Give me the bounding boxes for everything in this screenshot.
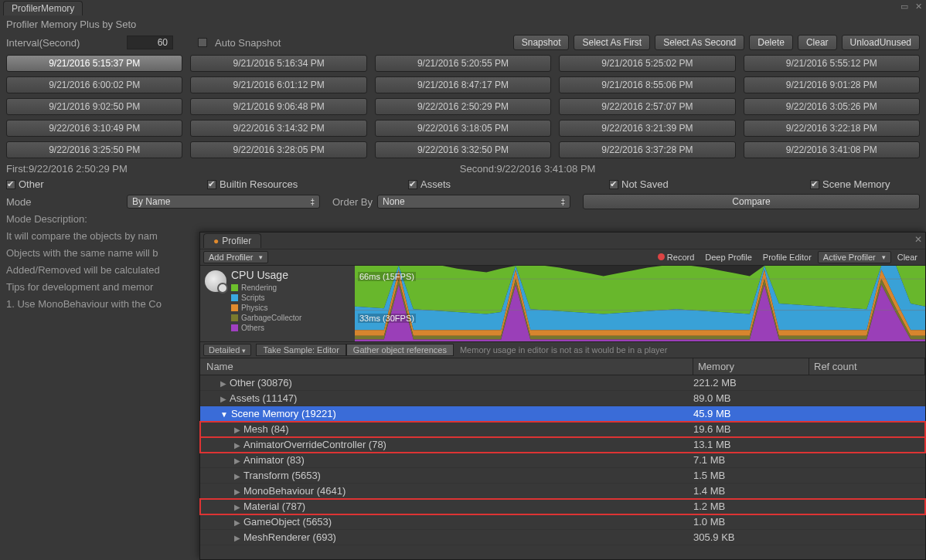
active-profiler-dropdown[interactable]: Active Profiler▾ [818, 251, 891, 263]
col-memory[interactable]: Memory [693, 358, 809, 375]
main-tab[interactable]: ProfilerMemory [3, 1, 83, 15]
snapshot-item[interactable]: 9/22/2016 3:25:50 PM [6, 141, 182, 158]
profiler-chart[interactable]: ✕ 66ms (15FPS) 33ms (30FPS) [355, 266, 925, 341]
close-icon[interactable]: ✕ [914, 2, 923, 11]
profiler-clear-button[interactable]: Clear [893, 252, 922, 263]
clear-button[interactable]: Clear [798, 35, 837, 50]
legend-item: GarbageCollector [231, 313, 301, 323]
profile-editor-button[interactable]: Profile Editor [758, 252, 816, 263]
snapshot-item[interactable]: 9/22/2016 3:22:18 PM [744, 120, 920, 137]
legend-item: Rendering [231, 283, 301, 293]
snapshot-item[interactable]: 9/21/2016 9:01:28 PM [744, 76, 920, 93]
panel-close-icon[interactable]: ✕ [914, 234, 922, 245]
snapshot-item[interactable]: 9/22/2016 2:57:07 PM [559, 98, 735, 115]
expand-arrow-icon[interactable]: ▶ [234, 426, 240, 434]
tree-row-memory: 221.2 MB [693, 377, 809, 389]
tree-row-name: AnimatorOverrideController (78) [243, 439, 386, 450]
tree-row-name: Material (787) [243, 501, 305, 512]
gather-refs-button[interactable]: Gather object references [346, 344, 454, 356]
cpu-clock-icon [205, 270, 226, 292]
delete-button[interactable]: Delete [749, 35, 793, 50]
col-name[interactable]: Name [200, 358, 693, 375]
snapshot-item[interactable]: 9/22/2016 3:37:28 PM [559, 141, 735, 158]
interval-input[interactable] [127, 36, 173, 49]
snapshot-item[interactable]: 9/22/2016 3:32:50 PM [375, 141, 551, 158]
mode-dropdown[interactable]: By Name‡ [127, 195, 320, 209]
expand-arrow-icon[interactable]: ▶ [234, 441, 240, 450]
builtin-checkbox[interactable] [207, 180, 216, 189]
expand-arrow-icon[interactable]: ▶ [234, 534, 240, 542]
snapshot-item[interactable]: 9/21/2016 8:47:17 PM [375, 76, 551, 93]
tree-row[interactable]: ▶GameObject (5653)1.0 MB [200, 514, 925, 530]
snapshot-item[interactable]: 9/21/2016 5:20:55 PM [375, 55, 551, 72]
unload-unused-button[interactable]: UnloadUnused [842, 35, 920, 50]
snapshot-item[interactable]: 9/21/2016 5:15:37 PM [6, 55, 182, 72]
profiler-tab[interactable]: ●Profiler [203, 233, 261, 248]
expand-arrow-icon[interactable]: ▶ [220, 395, 226, 403]
snapshot-item[interactable]: 9/21/2016 8:55:06 PM [559, 76, 735, 93]
chart-33ms-label: 33ms (30FPS) [358, 314, 416, 323]
other-checkbox[interactable] [6, 180, 15, 189]
orderby-label: Order By [332, 196, 373, 208]
tree-row-memory: 89.0 MB [693, 392, 809, 404]
expand-arrow-icon[interactable]: ▼ [220, 410, 228, 419]
tree-row-name: MeshRenderer (693) [243, 531, 336, 543]
expand-arrow-icon[interactable]: ▶ [220, 379, 226, 388]
tree-row[interactable]: ▶Other (30876)221.2 MB [200, 375, 925, 391]
expand-arrow-icon[interactable]: ▶ [234, 518, 240, 527]
notsaved-checkbox[interactable] [609, 180, 618, 189]
take-sample-button[interactable]: Take Sample: Editor [256, 344, 346, 356]
tree-row[interactable]: ▶Mesh (84)19.6 MB [200, 422, 925, 437]
snapshot-item[interactable]: 9/21/2016 5:25:02 PM [559, 55, 735, 72]
tree-row[interactable]: ▶Transform (5653)1.5 MB [200, 468, 925, 484]
tree-row[interactable]: ▶Material (787)1.2 MB [200, 499, 925, 514]
col-refcount[interactable]: Ref count [809, 358, 925, 375]
add-profiler-dropdown[interactable]: Add Profiler▾ [203, 251, 268, 263]
assets-checkbox[interactable] [408, 180, 417, 189]
tree-row-memory: 1.0 MB [693, 516, 809, 528]
expand-arrow-icon[interactable]: ▶ [234, 456, 240, 465]
select-second-button[interactable]: Select As Second [655, 35, 744, 50]
tree-row[interactable]: ▶Assets (11147)89.0 MB [200, 391, 925, 406]
table-header: Name Memory Ref count [200, 358, 925, 375]
snapshot-item[interactable]: 9/22/2016 3:21:39 PM [559, 120, 735, 137]
snapshot-item[interactable]: 9/21/2016 5:16:34 PM [190, 55, 366, 72]
snapshot-item[interactable]: 9/21/2016 6:00:02 PM [6, 76, 182, 93]
tree-row[interactable]: ▶Animator (83)7.1 MB [200, 453, 925, 468]
snapshot-button[interactable]: Snapshot [513, 35, 570, 50]
snapshot-item[interactable]: 9/22/2016 3:10:49 PM [6, 120, 182, 137]
record-button[interactable]: Record [653, 252, 699, 263]
tree-row[interactable]: ▶AnimatorOverrideController (78)13.1 MB [200, 437, 925, 453]
snapshot-item[interactable]: 9/21/2016 9:06:48 PM [190, 98, 366, 115]
tree-row[interactable]: ▶MeshRenderer (693)305.9 KB [200, 530, 925, 545]
tree-row-name: Animator (83) [243, 454, 305, 466]
tree-row-memory: 45.9 MB [693, 408, 809, 419]
detailed-dropdown[interactable]: Detailed ▾ [203, 344, 251, 356]
orderby-dropdown[interactable]: None‡ [377, 195, 570, 209]
app-title: Profiler Memory Plus by Seto [0, 15, 926, 33]
snapshot-item[interactable]: 9/22/2016 3:41:08 PM [744, 141, 920, 158]
snapshot-item[interactable]: 9/22/2016 3:05:26 PM [744, 98, 920, 115]
dock-icon[interactable]: ▭ [900, 2, 909, 11]
auto-snapshot-checkbox[interactable] [198, 38, 207, 47]
mode-desc-label: Mode Description: [0, 211, 926, 228]
notsaved-label: Not Saved [621, 178, 669, 190]
scene-label: Scene Memory [822, 178, 890, 190]
snapshot-item[interactable]: 9/22/2016 3:18:05 PM [375, 120, 551, 137]
tree-row[interactable]: ▶MonoBehaviour (4641)1.4 MB [200, 484, 925, 499]
scene-checkbox[interactable] [810, 180, 819, 189]
expand-arrow-icon[interactable]: ▶ [234, 503, 240, 511]
tree-row-memory: 305.9 KB [693, 531, 809, 543]
deep-profile-button[interactable]: Deep Profile [700, 252, 757, 263]
snapshot-item[interactable]: 9/21/2016 5:55:12 PM [744, 55, 920, 72]
select-first-button[interactable]: Select As First [574, 35, 650, 50]
compare-button[interactable]: Compare [583, 194, 920, 209]
tree-row[interactable]: ▼Scene Memory (19221)45.9 MB [200, 406, 925, 422]
snapshot-item[interactable]: 9/22/2016 3:14:32 PM [190, 120, 366, 137]
snapshot-item[interactable]: 9/21/2016 9:02:50 PM [6, 98, 182, 115]
snapshot-item[interactable]: 9/22/2016 3:28:05 PM [190, 141, 366, 158]
snapshot-item[interactable]: 9/22/2016 2:50:29 PM [375, 98, 551, 115]
expand-arrow-icon[interactable]: ▶ [234, 487, 240, 496]
expand-arrow-icon[interactable]: ▶ [234, 472, 240, 480]
snapshot-item[interactable]: 9/21/2016 6:01:12 PM [190, 76, 366, 93]
